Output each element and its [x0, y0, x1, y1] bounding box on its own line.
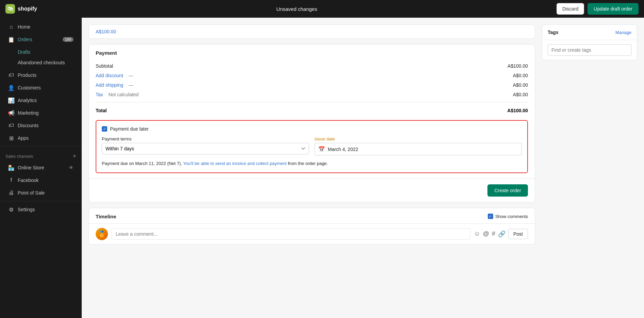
shopify-bag-icon: 🛍 — [5, 4, 15, 14]
main-column: A$100.00 Payment Subtotal A$100.00 Add d… — [88, 24, 535, 311]
sidebar-divider — [0, 146, 82, 147]
sidebar-item-abandoned-checkouts[interactable]: Abandoned checkouts — [3, 57, 79, 68]
sidebar-label-discounts: Discounts — [18, 123, 38, 128]
home-icon: ⌂ — [8, 24, 14, 30]
add-shipping-label: Add shipping — — [96, 82, 133, 88]
facebook-icon: f — [8, 177, 14, 183]
sidebar-label-abandoned: Abandoned checkouts — [18, 60, 65, 65]
sales-channels-section: Sales channels + — [0, 149, 82, 161]
timeline-card: Timeline Show comments 🏅 ☺ @ # — [88, 208, 535, 245]
sidebar-label-drafts: Drafts — [18, 49, 30, 55]
add-shipping-amount: A$0.00 — [513, 82, 528, 88]
top-amount-link[interactable]: A$100.00 — [96, 29, 116, 34]
sidebar-item-drafts[interactable]: Drafts — [3, 47, 79, 57]
create-order-button[interactable]: Create order — [487, 184, 528, 197]
marketing-icon: 📢 — [8, 110, 14, 116]
comment-actions: ☺ @ # 🔗 Post — [474, 229, 528, 239]
subtotal-row: Subtotal A$100.00 — [96, 61, 528, 71]
subtotal-amount: A$100.00 — [508, 63, 528, 69]
payment-terms-field: Payment terms Within 7 days Due on recei… — [102, 136, 309, 155]
add-discount-link[interactable]: Add discount — [96, 73, 123, 78]
payment-due-later-checkbox[interactable] — [102, 126, 107, 132]
sidebar-item-marketing[interactable]: 📢 Marketing — [3, 107, 79, 119]
issue-date-field: Issue date 📅 March 4, 2022 — [315, 136, 522, 155]
show-comments-checkbox[interactable] — [488, 214, 493, 219]
sidebar: ⌂ Home 📋 Orders 189 Drafts Abandoned che… — [0, 18, 82, 318]
comment-row: 🏅 ☺ @ # 🔗 Post — [89, 223, 535, 244]
sidebar-item-settings[interactable]: ⚙ Settings — [3, 203, 79, 216]
sidebar-item-home[interactable]: ⌂ Home — [3, 21, 79, 33]
discard-button[interactable]: Discard — [557, 3, 584, 15]
post-button[interactable]: Post — [508, 229, 528, 239]
subtotal-label: Subtotal — [96, 63, 113, 69]
sidebar-item-point-of-sale[interactable]: 🖨 Point of Sale — [3, 187, 79, 199]
attachment-button[interactable]: 🔗 — [498, 230, 505, 238]
tags-manage-link[interactable]: Manage — [615, 30, 631, 35]
mention-button[interactable]: @ — [483, 230, 489, 237]
add-shipping-link[interactable]: Add shipping — [96, 82, 123, 88]
sidebar-label-marketing: Marketing — [18, 110, 38, 116]
issue-date-label: Issue date — [315, 136, 522, 141]
shopify-logo-text: shopify — [18, 6, 37, 12]
settings-icon: ⚙ — [8, 206, 14, 213]
sidebar-label-facebook: Facebook — [18, 178, 38, 183]
sidebar-item-facebook[interactable]: f Facebook — [3, 174, 79, 186]
discounts-icon: 🏷 — [8, 122, 14, 129]
tax-label-group: Tax Not calculated — [96, 92, 139, 97]
calendar-icon: 📅 — [318, 146, 325, 152]
sidebar-item-analytics[interactable]: 📊 Analytics — [3, 94, 79, 106]
topbar-left: 🛍 shopify — [5, 4, 37, 14]
point-of-sale-icon: 🖨 — [8, 190, 14, 196]
hashtag-button[interactable]: # — [492, 230, 495, 237]
payment-terms-select[interactable]: Within 7 days Due on receipt Within 14 d… — [102, 143, 309, 154]
payment-section-title: Payment — [96, 50, 528, 56]
sidebar-label-products: Products — [18, 72, 36, 78]
create-order-row: Create order — [89, 179, 535, 202]
sidebar-item-online-store[interactable]: 🏪 Online Store 👁 — [3, 162, 79, 174]
avatar: 🏅 — [96, 228, 108, 240]
orders-badge: 189 — [63, 37, 74, 42]
sidebar-item-orders[interactable]: 📋 Orders 189 — [3, 33, 79, 46]
payment-due-later-label: Payment due later — [110, 126, 149, 132]
sidebar-label-customers: Customers — [18, 85, 41, 90]
sidebar-item-discounts[interactable]: 🏷 Discounts — [3, 119, 79, 132]
due-later-header: Payment due later — [102, 126, 522, 132]
add-sales-channel-button[interactable]: + — [73, 153, 76, 160]
tags-input[interactable] — [548, 44, 631, 56]
update-draft-order-button[interactable]: Update draft order — [587, 3, 639, 15]
apps-icon: ⊞ — [8, 135, 14, 141]
sidebar-item-apps[interactable]: ⊞ Apps — [3, 132, 79, 144]
shopify-logo: 🛍 shopify — [5, 4, 37, 14]
sidebar-label-analytics: Analytics — [18, 98, 37, 103]
tags-title: Tags — [548, 30, 559, 35]
send-invoice-link[interactable]: send an invoice — [215, 161, 246, 166]
avatar-icon: 🏅 — [98, 230, 106, 238]
online-store-icon: 🏪 — [8, 165, 14, 171]
page-title: Unsaved changes — [276, 6, 317, 12]
tags-card: Tags Manage — [542, 24, 637, 60]
tax-link[interactable]: Tax — [96, 92, 103, 97]
sidebar-item-products[interactable]: 🏷 Products — [3, 69, 79, 81]
add-discount-label: Add discount — — [96, 73, 133, 78]
timeline-header: Timeline Show comments — [89, 208, 535, 223]
total-label: Total — [96, 108, 107, 113]
tax-row: Tax Not calculated A$0.00 — [96, 90, 528, 99]
right-column: Tags Manage — [542, 24, 637, 311]
app-body: ⌂ Home 📋 Orders 189 Drafts Abandoned che… — [0, 18, 644, 318]
add-discount-row: Add discount — A$0.00 — [96, 71, 528, 80]
payment-terms-row: Payment terms Within 7 days Due on recei… — [102, 136, 522, 155]
add-shipping-dash: — — [129, 82, 133, 88]
sidebar-item-customers[interactable]: 👤 Customers — [3, 82, 79, 94]
comment-input[interactable] — [111, 228, 470, 240]
sidebar-label-point-of-sale: Point of Sale — [18, 190, 45, 196]
sidebar-divider-2 — [0, 201, 82, 201]
due-notice: Payment due on March 11, 2022 (Net 7). Y… — [102, 160, 522, 167]
issue-date-input[interactable]: 📅 March 4, 2022 — [315, 143, 522, 155]
tags-header: Tags Manage — [542, 25, 637, 40]
total-amount: A$100.00 — [507, 108, 528, 113]
online-store-eye-icon[interactable]: 👁 — [69, 165, 74, 170]
tags-input-wrap — [542, 40, 637, 60]
sidebar-label-online-store: Online Store — [18, 165, 44, 170]
emoji-button[interactable]: ☺ — [474, 230, 480, 237]
topbar: 🛍 shopify Unsaved changes Discard Update… — [0, 0, 644, 18]
